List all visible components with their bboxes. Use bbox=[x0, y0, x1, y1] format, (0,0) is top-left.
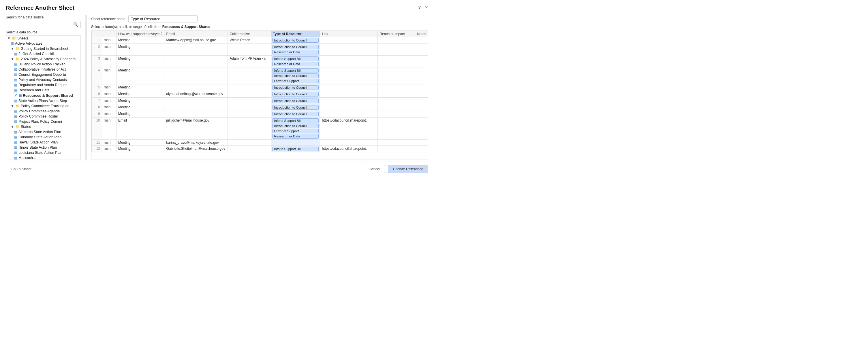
tree-item-policy-agenda[interactable]: ▦Policy Committee Agenda bbox=[6, 109, 81, 114]
row-number: 3 bbox=[92, 56, 102, 67]
help-icon[interactable]: ? bbox=[418, 5, 421, 9]
resource-tag: Info to Support Bill bbox=[272, 147, 319, 151]
notes-cell bbox=[415, 37, 428, 44]
col-header-link[interactable]: Link bbox=[320, 31, 378, 37]
notes-cell bbox=[415, 146, 428, 152]
reach-cell bbox=[378, 111, 415, 117]
collaborative-cell bbox=[228, 84, 271, 91]
table-row[interactable]: 8rushMeetingIntroduction to Council bbox=[92, 104, 429, 111]
tree-item-more[interactable]: ▦Massach... bbox=[6, 155, 81, 160]
table-row[interactable]: 3rushMeetingAdam from PR team - cInfo to… bbox=[92, 56, 429, 67]
grid-wrap[interactable]: How was support conveyed?EmailCollaborat… bbox=[91, 31, 428, 160]
table-row[interactable]: 6rushMeetingaiyha_abdelbagi@warner.senat… bbox=[92, 91, 429, 98]
tree-item-resources-support[interactable]: ✓▦Resources & Support Shared bbox=[6, 93, 81, 98]
chevron-icon[interactable]: ▼ bbox=[11, 125, 14, 129]
sheet-icon: ▦ bbox=[14, 151, 17, 155]
cancel-button[interactable]: Cancel bbox=[364, 165, 385, 173]
tree-item-active-advocates[interactable]: ▦Active Advocates bbox=[6, 41, 81, 46]
update-reference-button[interactable]: Update Reference bbox=[388, 165, 428, 173]
tree-item-get-started-checklist[interactable]: ▦2. Get Started Checklist bbox=[6, 51, 81, 57]
chevron-icon[interactable]: ▼ bbox=[11, 47, 14, 51]
type-resource-cell[interactable]: Introduction to Council bbox=[271, 91, 320, 98]
tree-item-label: Active Advocates bbox=[15, 41, 42, 45]
tree-item-state-action[interactable]: ▦State Action Plans Action Step bbox=[6, 98, 81, 103]
table-row[interactable]: 10rushEmailjuli.jochem@mail.house.govInf… bbox=[92, 117, 429, 140]
type-resource-cell[interactable]: Info to Support BillIntroduction to Coun… bbox=[271, 67, 320, 84]
type-resource-cell[interactable] bbox=[271, 140, 320, 146]
type-resource-cell[interactable]: Introduction to Council bbox=[271, 104, 320, 111]
collaborative-cell bbox=[228, 140, 271, 146]
table-row[interactable]: 9rushMeetingIntroduction to Council bbox=[92, 111, 429, 117]
col-header-type-resource[interactable]: Type of Resource bbox=[271, 31, 320, 37]
tree-item-label: Council Engagement Opportu bbox=[19, 73, 66, 77]
table-row[interactable]: 5rushMeetingIntroduction to Council bbox=[92, 84, 429, 91]
tree-item-research-data[interactable]: ▦Research and Data bbox=[6, 87, 81, 93]
col-header-notes[interactable]: Notes bbox=[415, 31, 428, 37]
tree-item-policy-advocacy[interactable]: ▦Policy and Advocacy Contacts bbox=[6, 77, 81, 82]
conveyed-cell: Meeting bbox=[117, 104, 164, 111]
type-resource-cell[interactable]: Info to Support BillIntroduction to Coun… bbox=[271, 117, 320, 140]
table-row[interactable]: 1rushMeetingMatthew.Apple@mail.house.gov… bbox=[92, 37, 429, 44]
ref-name-input[interactable] bbox=[128, 15, 197, 23]
close-icon[interactable]: ✕ bbox=[425, 5, 428, 9]
table-row[interactable]: 7rushMeetingIntroduction to Council bbox=[92, 98, 429, 104]
tree-item-alabama[interactable]: ▦Alabama State Action Plan bbox=[6, 129, 81, 135]
tree-item-hawaii[interactable]: ▦Hawaii State Action Plan bbox=[6, 140, 81, 145]
data-grid: How was support conveyed?EmailCollaborat… bbox=[91, 31, 428, 152]
type-resource-cell[interactable]: Introduction to Council bbox=[271, 37, 320, 44]
col-header-collaborative[interactable]: Collaborative bbox=[228, 31, 271, 37]
link-cell bbox=[320, 84, 378, 91]
col-header-rush[interactable] bbox=[102, 31, 117, 37]
select-label: Select a data source bbox=[6, 30, 81, 34]
tree-item-policy-committee[interactable]: ▼📁Policy Committee: Tracking an bbox=[6, 103, 81, 109]
tree-item-collaborative[interactable]: ▦Collaborative Initiatives or Acti bbox=[6, 67, 81, 72]
link-cell bbox=[320, 104, 378, 111]
tree-item-louisiana[interactable]: ▦Louisiana State Action Plan bbox=[6, 150, 81, 155]
conveyed-cell: Meeting bbox=[117, 67, 164, 84]
table-row[interactable]: 12rushMeetingGabrielle.Sheitelman@mail.h… bbox=[92, 146, 429, 152]
notes-cell bbox=[415, 140, 428, 146]
chevron-icon[interactable]: ▼ bbox=[11, 57, 14, 61]
row-number: 6 bbox=[92, 91, 102, 98]
tree-item-policy-roster[interactable]: ▦Policy Committee Roster bbox=[6, 114, 81, 119]
chevron-icon[interactable]: ▼ bbox=[7, 36, 11, 40]
sheet-icon: ▦ bbox=[14, 83, 17, 87]
search-input[interactable] bbox=[8, 23, 73, 27]
tree-item-illinois[interactable]: ▦Illinois State Action Plan bbox=[6, 145, 81, 150]
notes-cell bbox=[415, 104, 428, 111]
sheet-icon: ▦ bbox=[14, 114, 17, 118]
link-cell: https://cdacouncil.sharepoint. bbox=[320, 146, 378, 152]
sheet-icon: ▦ bbox=[14, 99, 17, 103]
goto-sheet-button[interactable]: Go To Sheet bbox=[6, 165, 36, 173]
tree-item-states[interactable]: ▼📁States bbox=[6, 124, 81, 129]
search-button[interactable]: 🔍 bbox=[73, 22, 79, 27]
col-header-reach-impact[interactable]: Reach or impact bbox=[378, 31, 415, 37]
tree-item-getting-started[interactable]: ▼📁Getting Started in Smartsheet bbox=[6, 46, 81, 51]
tree-item-regulatory[interactable]: ▦Regulatory and Admin Reques bbox=[6, 82, 81, 87]
row-number: 2 bbox=[92, 44, 102, 56]
type-resource-cell[interactable]: Introduction to Council bbox=[271, 98, 320, 104]
notes-cell bbox=[415, 111, 428, 117]
type-resource-cell[interactable]: Info to Support Bill bbox=[271, 146, 320, 152]
tree-item-sheets-root[interactable]: ▼📁Sheets bbox=[6, 36, 81, 41]
resize-handle[interactable]: ⋮ bbox=[85, 15, 87, 160]
tree-item-bill-policy[interactable]: ▦Bill and Policy Action Tracker bbox=[6, 62, 81, 67]
col-header-support-conveyed[interactable]: How was support conveyed? bbox=[117, 31, 164, 37]
chevron-icon[interactable]: ▼ bbox=[11, 104, 14, 108]
tree-item-2024-policy[interactable]: ▼📁2024 Policy & Advocacy Engagem bbox=[6, 57, 81, 62]
tree-item-colorado[interactable]: ▦Colorado State Action Plan bbox=[6, 135, 81, 140]
type-resource-cell[interactable]: Introduction to CouncilResearch or Data bbox=[271, 44, 320, 56]
email-cell bbox=[164, 104, 228, 111]
type-resource-cell[interactable]: Info to Support BillResearch or Data bbox=[271, 56, 320, 67]
col-header-row-num[interactable] bbox=[92, 31, 102, 37]
row-number: 7 bbox=[92, 98, 102, 104]
type-resource-cell[interactable]: Introduction to Council bbox=[271, 84, 320, 91]
col-header-email[interactable]: Email bbox=[164, 31, 228, 37]
tree-item-council-engage[interactable]: ▦Council Engagement Opportu bbox=[6, 72, 81, 77]
table-row[interactable]: 11rushMeetingkarina_bravo@markey.senate.… bbox=[92, 140, 429, 146]
reach-cell bbox=[378, 140, 415, 146]
table-row[interactable]: 4rushMeetingInfo to Support BillIntroduc… bbox=[92, 67, 429, 84]
type-resource-cell[interactable]: Introduction to Council bbox=[271, 111, 320, 117]
table-row[interactable]: 2rushMeetingIntroduction to CouncilResea… bbox=[92, 44, 429, 56]
tree-item-project-plan[interactable]: ▦Project Plan: Policy Commi bbox=[6, 119, 81, 124]
